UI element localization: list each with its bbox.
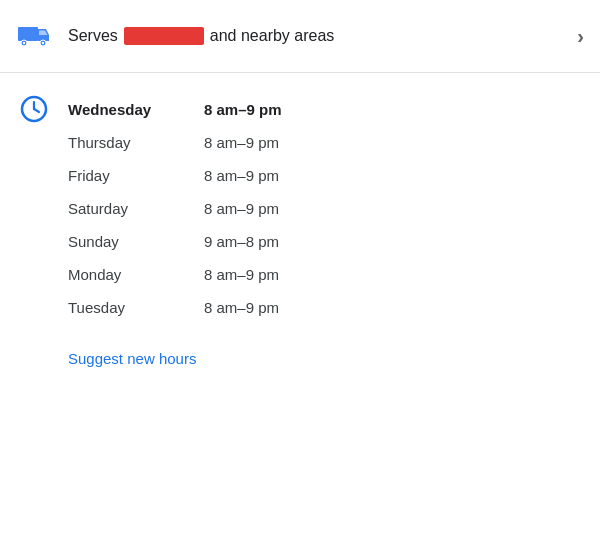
- hours-row: Tuesday8 am–9 pm: [68, 291, 584, 324]
- serves-row[interactable]: Serves and nearby areas ›: [0, 0, 600, 73]
- day-name: Thursday: [68, 134, 188, 151]
- day-name: Wednesday: [68, 101, 188, 118]
- hours-time: 8 am–9 pm: [204, 167, 279, 184]
- serves-suffix: and nearby areas: [210, 27, 335, 45]
- svg-rect-0: [18, 27, 38, 41]
- hours-row: Sunday9 am–8 pm: [68, 225, 584, 258]
- redacted-area: [124, 27, 204, 45]
- svg-line-7: [34, 109, 39, 112]
- hours-time: 8 am–9 pm: [204, 134, 279, 151]
- hours-time: 8 am–9 pm: [204, 101, 282, 118]
- chevron-right-icon[interactable]: ›: [577, 25, 584, 48]
- day-name: Saturday: [68, 200, 188, 217]
- hours-time: 9 am–8 pm: [204, 233, 279, 250]
- hours-time: 8 am–9 pm: [204, 266, 279, 283]
- svg-point-3: [23, 42, 25, 44]
- hours-row: Friday8 am–9 pm: [68, 159, 584, 192]
- hours-row: Monday8 am–9 pm: [68, 258, 584, 291]
- serves-prefix: Serves: [68, 27, 118, 45]
- truck-icon: [16, 18, 52, 54]
- suggest-hours-link[interactable]: Suggest new hours: [68, 350, 600, 367]
- hours-time: 8 am–9 pm: [204, 299, 279, 316]
- day-name: Sunday: [68, 233, 188, 250]
- serves-text: Serves and nearby areas: [68, 27, 561, 45]
- hours-table: Wednesday8 am–9 pmThursday8 am–9 pmFrida…: [68, 93, 584, 324]
- hours-time: 8 am–9 pm: [204, 200, 279, 217]
- day-name: Tuesday: [68, 299, 188, 316]
- clock-icon: [16, 93, 52, 129]
- hours-row: Thursday8 am–9 pm: [68, 126, 584, 159]
- hours-row: Wednesday8 am–9 pm: [68, 93, 584, 126]
- hours-section: Wednesday8 am–9 pmThursday8 am–9 pmFrida…: [0, 73, 600, 334]
- hours-row: Saturday8 am–9 pm: [68, 192, 584, 225]
- svg-point-4: [42, 42, 44, 44]
- day-name: Monday: [68, 266, 188, 283]
- day-name: Friday: [68, 167, 188, 184]
